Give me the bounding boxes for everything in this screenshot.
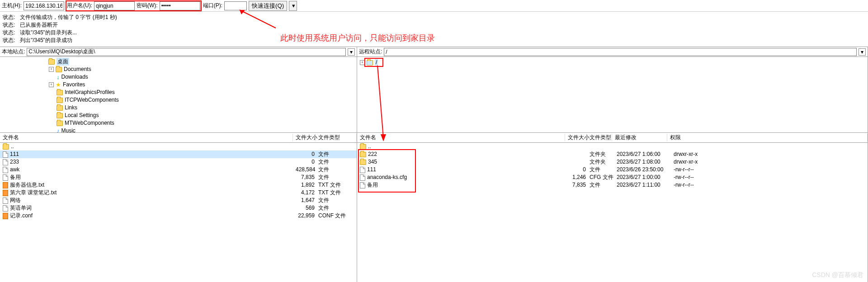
local-path-input[interactable]: [27, 48, 346, 56]
file-row[interactable]: 备用7,835文件2023/6/27 1:11:00-rw-r--r--: [357, 181, 868, 189]
file-row[interactable]: 345文件夹2023/6/27 1:08:00drwxr-xr-x: [357, 158, 868, 166]
dropdown-icon[interactable]: ▾: [859, 48, 866, 56]
folder-icon: [48, 59, 55, 65]
file-row[interactable]: awk428,584文件: [0, 166, 357, 174]
file-row[interactable]: 记录.conf22,959CONF 文件: [0, 212, 357, 220]
local-file-list[interactable]: ..1110文件2330文件awk428,584文件备用7,835文件服务器信息…: [0, 143, 357, 282]
remote-site-label: 远程站点:: [359, 48, 382, 56]
folder-icon: [360, 152, 366, 157]
file-row[interactable]: ..: [0, 143, 357, 150]
folder-icon: [57, 121, 63, 126]
file-row[interactable]: ..: [357, 143, 868, 150]
file-row[interactable]: 1110文件: [0, 150, 357, 158]
folder-icon: [57, 98, 63, 103]
quick-connect-button[interactable]: 快速连接(Q): [249, 1, 287, 11]
file-icon: [360, 167, 365, 173]
local-site-label: 本地站点:: [2, 48, 25, 56]
status-label: 状态:: [3, 14, 15, 21]
folder-icon: [57, 105, 63, 111]
file-row[interactable]: 第六章 课堂笔记.txt4,172TXT 文件: [0, 189, 357, 197]
tree-item[interactable]: +★Favorites: [49, 81, 357, 89]
connection-toolbar: 主机(H): 用户名(U): 密码(W): 端口(P): 快速连接(Q) ▾: [0, 0, 868, 12]
folder-icon: [3, 144, 9, 150]
col-name[interactable]: 文件名: [357, 134, 565, 141]
host-label: 主机(H):: [2, 2, 22, 9]
file-icon: [3, 159, 8, 165]
col-size[interactable]: 文件大小: [293, 134, 316, 141]
file-icon: [3, 174, 8, 181]
download-icon: ↓: [57, 73, 60, 81]
tree-item[interactable]: ITCPWebComponents: [49, 96, 357, 104]
file-row[interactable]: anaconda-ks.cfg1,246CFG 文件2023/6/27 1:00…: [357, 174, 868, 181]
folder-icon: [56, 67, 62, 72]
pass-label: 密码(W):: [137, 2, 158, 9]
folder-icon: [360, 160, 366, 165]
star-icon: ★: [56, 81, 61, 89]
tree-item[interactable]: 桌面: [41, 58, 357, 66]
status-line: 读取"/345"的目录列表...: [20, 29, 77, 37]
tree-expander-icon[interactable]: +: [49, 82, 54, 87]
status-line: 列出"/345"的目录成功: [20, 37, 72, 44]
remote-file-header: 文件名 文件大小 文件类型 最近修改 权限: [357, 133, 868, 143]
tree-item[interactable]: +Documents: [49, 66, 357, 73]
file-row[interactable]: 网络1,647文件: [0, 197, 357, 204]
tree-item[interactable]: Links: [49, 104, 357, 112]
file-icon: [360, 174, 365, 181]
local-file-header: 文件名 文件大小 文件类型: [0, 133, 357, 143]
tree-item[interactable]: ↓Downloads: [49, 73, 357, 81]
tree-item[interactable]: Local Settings: [49, 112, 357, 119]
port-input[interactable]: [224, 1, 247, 10]
folder-icon: [360, 144, 366, 150]
status-line: 文件传输成功，传输了 0 字节 (用时1 秒): [20, 14, 117, 21]
local-tree[interactable]: 桌面+Documents↓Downloads+★FavoritesIntelGr…: [0, 57, 357, 133]
pass-input[interactable]: [160, 1, 200, 10]
conf-file-icon: [3, 182, 8, 188]
file-row[interactable]: 2330文件: [0, 158, 357, 166]
status-line: 已从服务器断开: [20, 21, 58, 29]
col-size[interactable]: 文件大小: [565, 134, 587, 141]
host-input[interactable]: [24, 1, 64, 10]
local-pane: 本地站点: ▾ 桌面+Documents↓Downloads+★Favorite…: [0, 47, 357, 282]
file-row[interactable]: 1110文件2023/6/26 23:50:00-rw-r--r--: [357, 166, 868, 174]
remote-pane: 远程站点: ▾ + / 文件名 文件大小 文件类型 最近修改 权限 ..222文…: [357, 47, 868, 282]
file-row[interactable]: 222文件夹2023/6/27 1:06:00drwxr-xr-x: [357, 150, 868, 158]
dropdown-icon[interactable]: ▾: [348, 48, 355, 56]
remote-path-input[interactable]: [384, 48, 857, 56]
file-icon: [3, 167, 8, 173]
conf-file-icon: [3, 190, 8, 196]
tree-expander-icon[interactable]: +: [49, 67, 54, 72]
col-type[interactable]: 文件类型: [316, 134, 357, 141]
tree-item[interactable]: ♪Music: [49, 127, 357, 133]
file-icon: [3, 197, 8, 204]
file-row[interactable]: 英语单词569文件: [0, 204, 357, 212]
col-type[interactable]: 文件类型: [587, 134, 612, 141]
folder-icon: [367, 60, 373, 66]
col-name[interactable]: 文件名: [0, 134, 293, 141]
tree-item[interactable]: MTWebComponents: [49, 119, 357, 127]
history-dropdown-button[interactable]: ▾: [289, 1, 297, 11]
remote-tree[interactable]: + /: [357, 57, 868, 133]
file-icon: [3, 205, 8, 212]
tree-expander-icon[interactable]: +: [360, 60, 365, 65]
conf-file-icon: [3, 213, 8, 219]
folder-icon: [57, 113, 63, 118]
port-label: 端口(P):: [203, 2, 222, 9]
file-icon: [360, 182, 365, 188]
watermark: CSDN @百慕倾君: [812, 271, 863, 279]
col-perm[interactable]: 权限: [667, 134, 868, 141]
user-input[interactable]: [94, 1, 135, 10]
tree-item[interactable]: IntelGraphicsProfiles: [49, 89, 357, 96]
remote-root[interactable]: /: [375, 59, 378, 66]
remote-file-list[interactable]: ..222文件夹2023/6/27 1:06:00drwxr-xr-x345文件…: [357, 143, 868, 282]
user-label: 用户名(U):: [67, 2, 92, 9]
status-log: 状态:文件传输成功，传输了 0 字节 (用时1 秒) 状态:已从服务器断开 状态…: [0, 12, 868, 47]
col-mod[interactable]: 最近修改: [612, 134, 667, 141]
file-row[interactable]: 服务器信息.txt1,892TXT 文件: [0, 181, 357, 189]
panes: 本地站点: ▾ 桌面+Documents↓Downloads+★Favorite…: [0, 47, 868, 282]
folder-icon: [57, 90, 63, 95]
file-row[interactable]: 备用7,835文件: [0, 174, 357, 181]
file-icon: [3, 151, 8, 158]
music-icon: ♪: [57, 127, 60, 133]
